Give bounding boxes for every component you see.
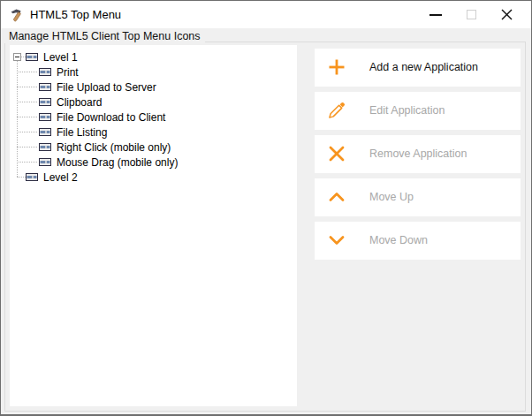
window-controls — [418, 1, 524, 28]
tree-node-file-download[interactable]: File Download to Client — [39, 110, 165, 125]
minimize-icon — [429, 14, 442, 16]
move-down-button[interactable]: Move Down — [315, 222, 521, 260]
menu-item-icon — [39, 113, 51, 121]
tree-node-label: Clipboard — [57, 96, 102, 109]
maximize-button — [453, 1, 489, 28]
tree-node-label: File Upload to Server — [57, 81, 156, 94]
tree-connector-line — [17, 87, 37, 87]
maximize-icon — [467, 10, 476, 19]
window-title: HTML5 Top Menu — [30, 8, 121, 21]
move-up-button[interactable]: Move Up — [315, 178, 521, 216]
tree-connector-line — [17, 117, 37, 117]
tree-node-file-upload[interactable]: File Upload to Server — [39, 79, 156, 95]
tree-node-clipboard[interactable]: Clipboard — [39, 95, 102, 110]
tree-node-file-listing[interactable]: File Listing — [39, 125, 107, 140]
button-label: Move Down — [369, 234, 428, 246]
title-bar: HTML5 Top Menu — [1, 1, 531, 28]
collapse-expander-icon[interactable] — [13, 53, 21, 61]
button-label: Add a new Application — [369, 61, 478, 73]
plus-icon — [327, 57, 346, 77]
button-label: Edit Application — [369, 104, 445, 117]
menu-item-icon — [39, 68, 51, 76]
menu-item-icon — [26, 173, 38, 181]
tree-node-label: File Download to Client — [57, 111, 165, 124]
tree-connector-line — [17, 102, 37, 102]
client-area: Manage HTML5 Client Top Menu Icons — [1, 28, 531, 414]
tree-node-label: Mouse Drag (mobile only) — [57, 156, 178, 169]
menu-item-icon — [39, 98, 51, 106]
menu-item-icon — [39, 83, 51, 91]
close-button[interactable] — [489, 1, 524, 28]
menu-tree[interactable]: Level 1 Print File Upload to Server Clip… — [10, 45, 297, 406]
tree-connector-line — [17, 132, 37, 132]
remove-application-button[interactable]: Remove Application — [315, 135, 521, 173]
app-hammer-icon — [9, 7, 25, 23]
tree-node-label: File Listing — [57, 126, 107, 139]
tree-node-right-click[interactable]: Right Click (mobile only) — [39, 140, 171, 155]
tree-connector-line — [17, 162, 37, 163]
chevron-up-icon — [327, 187, 346, 207]
minimize-button[interactable] — [418, 1, 453, 28]
button-label: Remove Application — [369, 147, 467, 160]
tree-node-level-2[interactable]: Level 2 — [26, 170, 78, 185]
tree-connector-line — [17, 147, 37, 147]
chevron-down-icon — [327, 231, 346, 250]
menu-item-icon — [39, 143, 51, 151]
close-icon — [500, 8, 513, 21]
tree-node-label: Print — [57, 66, 79, 79]
button-label: Move Up — [369, 191, 414, 203]
x-icon — [327, 144, 346, 163]
menu-item-icon — [26, 53, 38, 61]
edit-application-button[interactable]: Edit Application — [315, 92, 521, 130]
tree-node-print[interactable]: Print — [39, 64, 79, 79]
add-application-button[interactable]: Add a new Application — [315, 49, 521, 87]
menu-item-icon — [39, 158, 51, 166]
groupbox-label: Manage HTML5 Client Top Menu Icons — [4, 30, 205, 43]
tree-connector-line — [17, 72, 37, 72]
tree-connector-line — [17, 177, 26, 178]
tree-node-mouse-drag[interactable]: Mouse Drag (mobile only) — [39, 155, 178, 170]
pencil-icon — [327, 101, 346, 120]
tree-node-label: Right Click (mobile only) — [57, 141, 171, 154]
tree-node-label: Level 1 — [43, 51, 78, 64]
menu-item-icon — [39, 128, 51, 136]
tree-node-level-1[interactable]: Level 1 — [13, 49, 78, 64]
tree-node-label: Level 2 — [43, 171, 78, 184]
dialog-window: HTML5 Top Menu Manage HTML5 Client Top M… — [0, 0, 532, 416]
